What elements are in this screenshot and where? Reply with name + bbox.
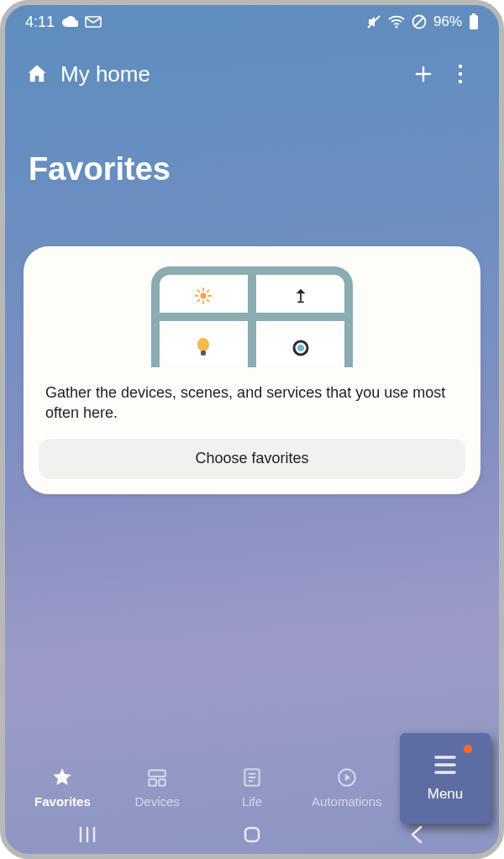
svg-rect-5 xyxy=(470,15,478,29)
svg-rect-21 xyxy=(201,350,206,356)
lamp-icon xyxy=(291,287,310,305)
wifi-icon xyxy=(388,15,405,29)
svg-point-2 xyxy=(395,26,397,29)
svg-line-17 xyxy=(207,291,209,292)
svg-line-16 xyxy=(207,300,209,302)
tab-label: Favorites xyxy=(34,794,91,809)
app-screen: 4:11 96% M xyxy=(0,0,504,859)
tab-label: Devices xyxy=(135,794,180,809)
home-selector[interactable]: My home xyxy=(60,61,150,87)
tab-menu[interactable]: Menu xyxy=(400,733,491,824)
back-button[interactable] xyxy=(366,825,467,844)
tab-automations[interactable]: Automations xyxy=(299,766,394,809)
tab-favorites[interactable]: Favorites xyxy=(15,766,110,809)
tab-life[interactable]: Life xyxy=(205,766,300,809)
svg-point-8 xyxy=(459,72,462,76)
notification-dot-icon xyxy=(464,745,472,753)
home-button[interactable] xyxy=(202,825,302,845)
sun-icon xyxy=(194,287,213,305)
menu-icon xyxy=(431,754,459,776)
top-bar: My home xyxy=(5,39,499,92)
choose-favorites-label: Choose favorites xyxy=(195,450,308,467)
more-options-button[interactable] xyxy=(442,55,479,92)
life-icon xyxy=(241,766,263,789)
card-body-text: Gather the devices, scenes, and services… xyxy=(39,367,465,439)
tab-devices[interactable]: Devices xyxy=(110,766,205,809)
svg-line-18 xyxy=(198,300,200,302)
tab-label: Life xyxy=(242,794,262,809)
battery-percent: 96% xyxy=(433,13,462,30)
home-icon[interactable] xyxy=(25,62,49,86)
cloud-icon xyxy=(61,16,78,28)
svg-rect-38 xyxy=(245,828,259,841)
android-nav-bar xyxy=(5,815,499,854)
svg-rect-19 xyxy=(297,301,303,303)
svg-rect-26 xyxy=(159,779,165,786)
star-icon xyxy=(51,766,73,789)
page-title: Favorites xyxy=(5,92,499,187)
svg-point-10 xyxy=(200,292,206,298)
tab-label: Menu xyxy=(428,786,464,803)
status-right: 96% xyxy=(366,13,479,30)
bulb-icon xyxy=(195,338,212,358)
svg-rect-25 xyxy=(149,779,156,786)
svg-point-20 xyxy=(197,338,209,351)
status-left: 4:11 xyxy=(25,13,102,31)
svg-point-23 xyxy=(297,345,304,351)
card-illustration xyxy=(39,266,465,367)
devices-icon xyxy=(146,766,168,789)
favorites-card: Gather the devices, scenes, and services… xyxy=(24,246,480,494)
do-not-disturb-icon xyxy=(412,14,427,29)
gmail-icon xyxy=(85,16,102,28)
status-bar: 4:11 96% xyxy=(5,5,499,39)
svg-rect-0 xyxy=(86,17,101,27)
status-time: 4:11 xyxy=(25,13,55,31)
recents-button[interactable] xyxy=(37,826,138,843)
svg-rect-24 xyxy=(149,770,165,777)
mute-icon xyxy=(366,14,381,29)
svg-point-9 xyxy=(459,80,462,83)
circle-icon xyxy=(291,339,310,357)
tab-label: Automations xyxy=(312,794,381,809)
battery-icon xyxy=(469,13,479,30)
automations-icon xyxy=(336,766,358,789)
choose-favorites-button[interactable]: Choose favorites xyxy=(39,439,465,479)
svg-line-4 xyxy=(415,18,423,26)
add-button[interactable] xyxy=(405,55,442,92)
svg-point-7 xyxy=(459,65,462,68)
svg-line-15 xyxy=(198,291,200,292)
svg-rect-6 xyxy=(472,13,475,15)
